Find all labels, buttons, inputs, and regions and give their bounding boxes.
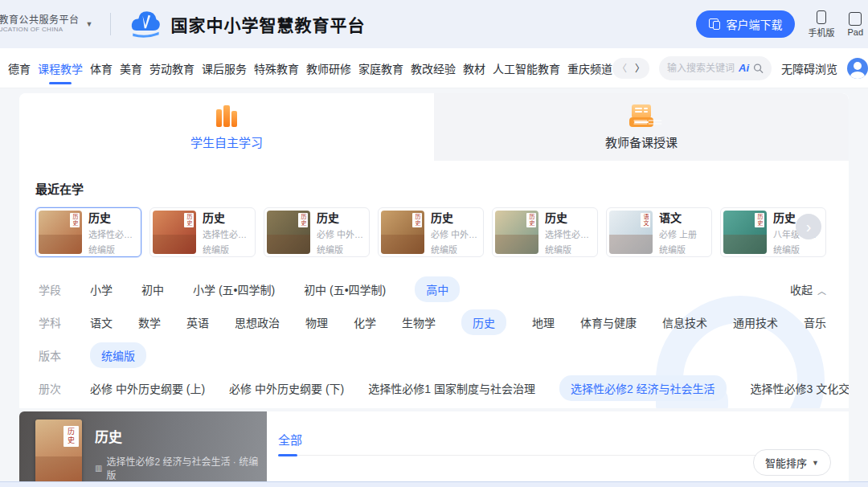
tab-teacher-label: 教师备课授课 — [605, 133, 678, 150]
nav-item[interactable]: 特殊教育 — [254, 49, 299, 88]
nav-item[interactable]: 家庭教育 — [358, 49, 403, 88]
nav-item[interactable]: 人工智能教育 — [493, 49, 560, 88]
recent-course-card[interactable]: 历史历史必修 中外历史纲...统编版 — [264, 207, 370, 257]
devices-icon — [709, 18, 720, 30]
mobile-version-link[interactable]: 手机版 — [808, 10, 834, 39]
book-cover-label: 历史 — [63, 426, 79, 447]
filter-option[interactable]: 语文 — [90, 314, 113, 330]
filter-option[interactable]: 思想政治 — [235, 314, 280, 330]
filter-option[interactable]: 初中 — [141, 281, 164, 297]
recent-course-cards: 历史历史选择性必修2 经济...统编版历史历史选择性必修1 国家...统编版历史… — [35, 207, 833, 257]
course-card-subtitle: 必修 中外历史纲... — [431, 227, 481, 240]
accessibility-link[interactable]: 无障碍浏览 — [781, 60, 837, 76]
course-card-edition: 统编版 — [431, 243, 481, 256]
nav-item[interactable]: 课程教学 — [38, 49, 83, 88]
nav-item[interactable]: 劳动教育 — [149, 49, 194, 88]
nav-item[interactable]: 美育 — [120, 49, 142, 88]
recent-course-card[interactable]: 历史历史选择性必修1 国家...统编版 — [149, 207, 256, 257]
course-card-edition: 统编版 — [773, 243, 823, 256]
filter-option[interactable]: 生物学 — [402, 314, 436, 330]
header-divider — [110, 13, 111, 35]
chevron-up-icon: ︿ — [817, 286, 826, 296]
nav-item[interactable]: 重庆频道 — [567, 49, 612, 88]
filter-option[interactable]: 必修 中外历史纲要 (下) — [229, 380, 344, 396]
filter-option[interactable]: 化学 — [354, 314, 376, 330]
filter-option[interactable]: 信息技术 — [662, 314, 707, 330]
filter-option[interactable]: 必修 中外历史纲要 (上) — [90, 380, 205, 396]
book-cover: 历史 — [723, 211, 767, 254]
filter-option[interactable]: 物理 — [305, 314, 328, 330]
tab-student-label: 学生自主学习 — [190, 133, 263, 150]
nav-item[interactable]: 教改经验 — [411, 49, 456, 88]
nav-scroll-arrows: 〈 〉 — [612, 58, 649, 79]
book-cover-label: 历史 — [184, 213, 194, 227]
book-cover-label: 历史 — [755, 213, 764, 227]
filter-option[interactable]: 小学 — [90, 281, 113, 297]
nav-item[interactable]: 课后服务 — [202, 49, 247, 88]
smart-sort-button[interactable]: 智能排序 ▼ — [753, 449, 831, 476]
filter-option[interactable]: 选择性必修1 国家制度与社会治理 — [368, 380, 535, 396]
tab-divider-line — [278, 455, 829, 456]
filter-option[interactable]: 选择性必修3 文化交流与传播 — [751, 380, 849, 396]
recent-learning-title: 最近在学 — [35, 180, 833, 197]
filter-option[interactable]: 选择性必修2 经济与社会生活 — [559, 375, 727, 401]
book-cover-label: 语文 — [641, 213, 650, 227]
recent-course-card[interactable]: 语文语文必修 上册统编版 — [606, 207, 712, 257]
course-card-subtitle: 必修 中外历史纲... — [317, 227, 366, 240]
recent-course-card[interactable]: 历史历史选择性必修3 文化...统编版 — [492, 207, 598, 257]
tab-student-self-study[interactable]: 学生自主学习 — [19, 93, 434, 161]
course-card-edition: 统编版 — [317, 243, 366, 256]
filter-row-label: 册次 — [39, 380, 72, 396]
filter-row-label: 版本 — [39, 347, 72, 363]
search-icon[interactable] — [753, 63, 764, 74]
filter-option[interactable]: 历史 — [461, 309, 506, 335]
selected-book-section: 历史 历史 ▥ 选择性必修2 经济与社会生活 · 统编版 全部 智能排序 ▼ — [19, 411, 849, 482]
filter-row-label: 学段 — [39, 281, 72, 297]
nav-items: 德育课程教学体育美育劳动教育课后服务特殊教育教师研修家庭教育教改经验教材人工智能… — [8, 49, 612, 88]
filters-section: 学段小学初中小学 (五•四学制)初中 (五•四学制)高中学科语文数学英语思想政治… — [19, 257, 849, 396]
main-navbar: 德育课程教学体育美育劳动教育课后服务特殊教育教师研修家庭教育教改经验教材人工智能… — [0, 48, 868, 88]
filter-option[interactable]: 地理 — [532, 314, 555, 330]
scroll-right-icon[interactable]: 〉 — [635, 61, 645, 75]
nav-item[interactable]: 体育 — [90, 49, 113, 88]
tablet-icon — [849, 12, 862, 26]
portal-name-cn: 慧教育公共服务平台 — [0, 15, 80, 27]
tab-all[interactable]: 全部 — [278, 431, 302, 448]
nav-item[interactable]: 德育 — [8, 49, 31, 88]
course-card-title: 历史 — [317, 209, 366, 225]
cards-next-button[interactable]: › — [796, 214, 821, 239]
ai-search-icon[interactable]: Ai — [739, 62, 749, 74]
filter-option[interactable]: 高中 — [415, 276, 460, 302]
filter-option[interactable]: 初中 (五•四学制) — [304, 281, 386, 297]
filter-option[interactable]: 体育与健康 — [580, 314, 637, 330]
recent-course-card[interactable]: 历史历史选择性必修2 经济...统编版 — [35, 207, 141, 257]
tab-teacher-prep[interactable]: 教师备课授课 — [434, 93, 849, 161]
filter-option[interactable]: 数学 — [138, 314, 161, 330]
collapse-label: 收起 — [790, 284, 813, 297]
scroll-left-icon[interactable]: 〈 — [617, 61, 627, 75]
nav-item[interactable]: 教师研修 — [306, 49, 351, 88]
filter-option[interactable]: 小学 (五•四学制) — [193, 281, 275, 297]
course-card-subtitle: 必修 上册 — [659, 227, 697, 240]
recent-course-card[interactable]: 历史历史必修 中外历史纲...统编版 — [378, 207, 484, 257]
pad-version-link[interactable]: Pad — [847, 12, 863, 37]
filter-option[interactable]: 英语 — [186, 314, 209, 330]
textbook-icon: ▥ — [95, 464, 102, 473]
filter-row: 册次必修 中外历史纲要 (上)必修 中外历史纲要 (下)选择性必修1 国家制度与… — [39, 380, 833, 396]
collapse-filters-button[interactable]: 收起︿ — [790, 281, 826, 297]
filter-option[interactable]: 通用技术 — [733, 314, 778, 330]
book-banner: 历史 历史 ▥ 选择性必修2 经济与社会生活 · 统编版 — [19, 411, 267, 482]
book-cover-label: 历史 — [526, 213, 536, 227]
course-card-subtitle: 选择性必修2 经济... — [88, 227, 138, 240]
book-content-panel: 全部 智能排序 ▼ — [267, 411, 849, 482]
book-cover: 历史 — [39, 211, 82, 254]
horizontal-scrollbar[interactable] — [0, 481, 868, 487]
search-input[interactable] — [667, 63, 735, 74]
client-download-button[interactable]: 客户端下载 — [696, 10, 795, 38]
user-avatar[interactable] — [847, 58, 868, 79]
course-card-title: 历史 — [431, 209, 481, 225]
portal-switcher[interactable]: 慧教育公共服务平台 EDUCATION OF CHINA ▼ — [0, 15, 92, 34]
nav-item[interactable]: 教材 — [463, 49, 485, 88]
filter-option[interactable]: 统编版 — [90, 342, 146, 368]
filter-option[interactable]: 音乐 — [804, 314, 826, 330]
